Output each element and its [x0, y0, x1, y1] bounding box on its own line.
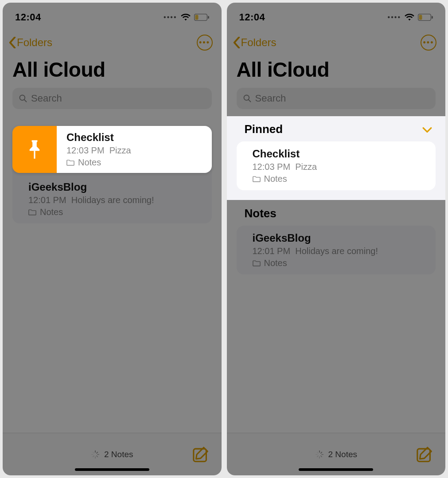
page-title: All iCloud [227, 55, 446, 88]
bottom-toolbar: 2 Notes [227, 433, 446, 475]
svg-line-21 [320, 452, 321, 453]
search-placeholder: Search [31, 93, 62, 104]
page-title: All iCloud [3, 55, 222, 88]
note-folder: Notes [66, 157, 205, 168]
status-bar: 12:04 •••• [3, 3, 222, 28]
chevron-left-icon [233, 37, 240, 48]
compose-button[interactable] [192, 446, 210, 463]
section-pinned-label: Pinned [245, 122, 283, 136]
svg-rect-2 [195, 15, 198, 20]
svg-rect-16 [432, 16, 433, 19]
svg-line-25 [317, 455, 318, 456]
home-indicator[interactable] [299, 468, 373, 471]
svg-rect-17 [419, 15, 422, 20]
note-row[interactable]: iGeeksBlog 12:01 PM Holidays are coming!… [237, 226, 436, 274]
chevron-down-icon [422, 127, 432, 133]
nav-bar: Folders ••• [227, 28, 446, 55]
back-button[interactable]: Folders [9, 36, 52, 49]
collapse-toggle[interactable] [422, 122, 432, 136]
folder-icon [253, 176, 261, 182]
svg-line-8 [97, 455, 97, 456]
svg-rect-1 [208, 16, 209, 19]
pin-icon [26, 139, 43, 160]
note-subtitle: 12:03 PM Pizza [66, 145, 205, 156]
svg-line-19 [248, 100, 250, 102]
cellular-dots-icon: •••• [164, 13, 177, 21]
note-row[interactable]: Checklist 12:03 PM Pizza Notes [57, 126, 212, 173]
pinned-section: Pinned Checklist 12:03 PM Pizza Notes [227, 116, 446, 200]
note-folder: Notes [253, 258, 428, 268]
pin-action-button[interactable] [12, 126, 57, 173]
search-input[interactable]: Search [12, 88, 212, 109]
notes-section: Notes iGeeksBlog 12:01 PM Holidays are c… [227, 200, 446, 274]
folder-icon [253, 260, 261, 266]
svg-line-6 [97, 452, 97, 453]
section-notes-label: Notes [245, 207, 277, 220]
note-folder: Notes [28, 207, 204, 217]
folder-icon [66, 159, 74, 166]
folder-icon [28, 209, 36, 215]
note-title: iGeeksBlog [28, 181, 204, 193]
status-bar: 12:04 •••• [227, 3, 446, 28]
search-icon [19, 94, 27, 103]
note-row[interactable]: Checklist 12:03 PM Pizza Notes [237, 141, 436, 190]
svg-line-27 [317, 452, 318, 453]
back-label: Folders [17, 36, 52, 49]
note-title: Checklist [66, 131, 205, 144]
back-button[interactable]: Folders [233, 36, 277, 49]
note-folder: Notes [253, 174, 428, 184]
more-button[interactable]: ••• [197, 35, 213, 51]
note-title: Checklist [253, 148, 428, 160]
note-subtitle: 12:01 PM Holidays are coming! [28, 195, 204, 205]
search-placeholder: Search [255, 93, 286, 104]
more-button[interactable]: ••• [421, 35, 436, 51]
bottom-toolbar: 2 Notes [3, 433, 222, 475]
wifi-icon [181, 13, 191, 21]
compose-button[interactable] [416, 446, 434, 463]
notes-count: 2 Notes [91, 450, 133, 459]
search-input[interactable]: Search [237, 88, 436, 109]
back-label: Folders [241, 36, 277, 49]
note-title: iGeeksBlog [253, 232, 428, 244]
svg-line-10 [93, 455, 94, 456]
spinner-icon [315, 450, 324, 459]
ellipsis-icon: ••• [423, 38, 434, 47]
search-icon [243, 94, 252, 103]
phone-left: 12:04 •••• Folders ••• All iCloud Search [3, 3, 222, 475]
phone-right: 12:04 •••• Folders ••• All iCloud Search [227, 3, 446, 475]
note-subtitle: 12:03 PM Pizza [253, 162, 428, 172]
status-time: 12:04 [15, 12, 41, 23]
notes-count: 2 Notes [315, 450, 357, 459]
ellipsis-icon: ••• [199, 38, 210, 47]
battery-low-icon [194, 14, 209, 21]
spinner-icon [91, 450, 100, 459]
nav-bar: Folders ••• [3, 28, 222, 55]
chevron-left-icon [9, 37, 16, 48]
wifi-icon [405, 13, 414, 21]
swipe-pin-row[interactable]: Checklist 12:03 PM Pizza Notes [12, 126, 212, 173]
status-time: 12:04 [239, 12, 265, 23]
battery-low-icon [418, 14, 433, 21]
cellular-dots-icon: •••• [388, 13, 401, 21]
home-indicator[interactable] [75, 468, 149, 471]
svg-line-4 [24, 100, 27, 102]
svg-line-12 [93, 452, 94, 453]
svg-line-23 [320, 455, 321, 456]
note-row[interactable]: iGeeksBlog 12:01 PM Holidays are coming!… [12, 175, 212, 223]
note-subtitle: 12:01 PM Holidays are coming! [253, 246, 428, 256]
svg-rect-14 [34, 151, 35, 159]
